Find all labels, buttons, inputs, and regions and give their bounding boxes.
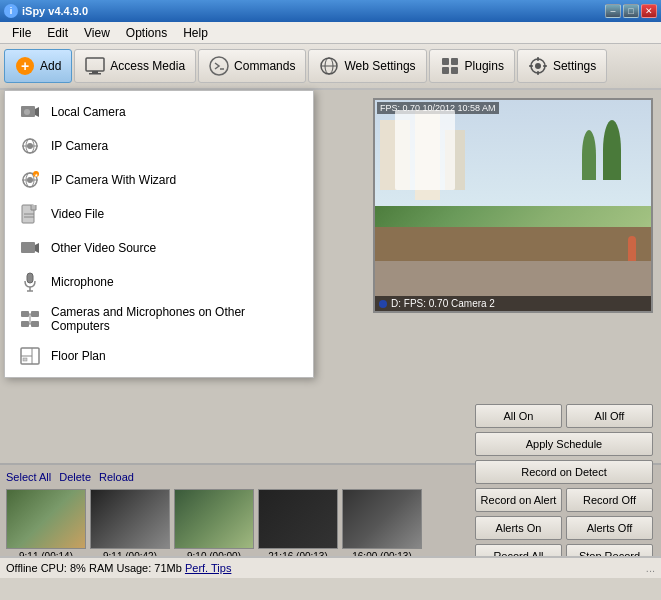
svg-rect-12 xyxy=(442,67,449,74)
camera-status-label: D: FPS: 0.70 Camera 2 xyxy=(391,298,495,309)
building-3 xyxy=(445,130,465,190)
svg-rect-16 xyxy=(537,57,539,61)
thumbnail-1[interactable]: 9:11 (00:14) xyxy=(6,489,86,562)
menu-help[interactable]: Help xyxy=(175,24,216,42)
camera-status-overlay: D: FPS: 0.70 Camera 2 xyxy=(375,296,651,311)
main-content: Local Camera IP Camera xyxy=(0,90,661,578)
title-bar-controls: – □ ✕ xyxy=(605,4,657,18)
network-cameras-icon xyxy=(19,308,41,330)
alerts-off-button[interactable]: Alerts Off xyxy=(566,516,653,540)
local-camera-icon xyxy=(19,101,41,123)
delete-button[interactable]: Delete xyxy=(59,471,91,483)
dropdown-microphone[interactable]: Microphone xyxy=(5,265,313,299)
cmd-icon xyxy=(209,56,229,76)
alerts-on-button[interactable]: Alerts On xyxy=(475,516,562,540)
ctrl-row-3: Record on Detect xyxy=(475,460,653,484)
title-bar: i iSpy v4.4.9.0 – □ ✕ xyxy=(0,0,661,22)
record-off-button[interactable]: Record Off xyxy=(566,488,653,512)
microphone-label: Microphone xyxy=(51,275,114,289)
add-dropdown-menu: Local Camera IP Camera xyxy=(4,90,314,378)
plugin-icon xyxy=(440,56,460,76)
toolbar-plugins-button[interactable]: Plugins xyxy=(429,49,515,83)
thumbnail-3[interactable]: 9:10 (00:00) xyxy=(174,489,254,562)
toolbar-settings-button[interactable]: Settings xyxy=(517,49,607,83)
svg-point-15 xyxy=(535,63,541,69)
thumb-img-5 xyxy=(342,489,422,549)
other-video-label: Other Video Source xyxy=(51,241,156,255)
thumbnail-5[interactable]: 16:00 (00:13) xyxy=(342,489,422,562)
select-all-button[interactable]: Select All xyxy=(6,471,51,483)
reload-button[interactable]: Reload xyxy=(99,471,134,483)
svg-rect-51 xyxy=(23,358,27,361)
toolbar: + Add Access Media Commands xyxy=(0,44,661,90)
ctrl-row-2: Apply Schedule xyxy=(475,432,653,456)
toolbar-web-settings-button[interactable]: Web Settings xyxy=(308,49,426,83)
ctrl-row-5: Alerts On Alerts Off xyxy=(475,516,653,540)
monitor-icon xyxy=(85,56,105,76)
dropdown-video-file[interactable]: Video File xyxy=(5,197,313,231)
dropdown-cameras-other[interactable]: Cameras and Microphones on Other Compute… xyxy=(5,299,313,339)
cameras-other-label: Cameras and Microphones on Other Compute… xyxy=(51,305,299,333)
building-1 xyxy=(380,120,410,190)
dropdown-ip-camera[interactable]: IP Camera xyxy=(5,129,313,163)
camera-main-view: FPS: 0.70 10/2012 10:58 AM D: FPS: 0.70 … xyxy=(373,98,653,313)
status-text: Offline CPU: 8% RAM Usage: 71Mb xyxy=(6,562,182,574)
menu-edit[interactable]: Edit xyxy=(39,24,76,42)
thumb-img-4 xyxy=(258,489,338,549)
svg-point-22 xyxy=(24,109,30,115)
toolbar-access-media-button[interactable]: Access Media xyxy=(74,49,196,83)
ctrl-row-1: All On All Off xyxy=(475,404,653,428)
svg-rect-38 xyxy=(27,273,33,283)
menu-view[interactable]: View xyxy=(76,24,118,42)
menu-bar: File Edit View Options Help xyxy=(0,22,661,44)
close-button[interactable]: ✕ xyxy=(641,4,657,18)
svg-rect-4 xyxy=(89,73,101,75)
floor-plan-icon xyxy=(19,345,41,367)
minimize-button[interactable]: – xyxy=(605,4,621,18)
toolbar-add-button[interactable]: + Add xyxy=(4,49,72,83)
person-figure xyxy=(628,236,636,261)
thumb-img-3 xyxy=(174,489,254,549)
dropdown-floor-plan[interactable]: Floor Plan xyxy=(5,339,313,373)
all-off-button[interactable]: All Off xyxy=(566,404,653,428)
svg-rect-44 xyxy=(31,321,39,327)
svg-rect-36 xyxy=(21,242,35,253)
svg-rect-13 xyxy=(451,67,458,74)
maximize-button[interactable]: □ xyxy=(623,4,639,18)
web-icon xyxy=(319,56,339,76)
dropdown-ip-camera-wizard[interactable]: ★ IP Camera With Wizard xyxy=(5,163,313,197)
video-file-label: Video File xyxy=(51,207,104,221)
other-video-icon xyxy=(19,237,41,259)
floor-plan-label: Floor Plan xyxy=(51,349,106,363)
menu-options[interactable]: Options xyxy=(118,24,175,42)
menu-file[interactable]: File xyxy=(4,24,39,42)
camera-feed: FPS: 0.70 10/2012 10:58 AM xyxy=(375,100,651,311)
all-on-button[interactable]: All On xyxy=(475,404,562,428)
status-dots: ... xyxy=(646,562,655,574)
camera-fps-badge: FPS: 0.70 10/2012 10:58 AM xyxy=(377,102,499,114)
svg-marker-37 xyxy=(35,243,39,253)
svg-marker-21 xyxy=(35,107,39,117)
app-icon: i xyxy=(4,4,18,18)
thumbnail-2[interactable]: 9:11 (00:42) xyxy=(90,489,170,562)
svg-text:+: + xyxy=(21,58,29,74)
record-on-alert-button[interactable]: Record on Alert xyxy=(475,488,562,512)
svg-rect-10 xyxy=(442,58,449,65)
thumbnail-4[interactable]: 21:16 (00:13) xyxy=(258,489,338,562)
svg-rect-41 xyxy=(21,311,29,317)
apply-schedule-button[interactable]: Apply Schedule xyxy=(475,432,653,456)
app-title: iSpy v4.4.9.0 xyxy=(22,5,88,17)
perf-tips-link[interactable]: Perf. Tips xyxy=(185,562,231,574)
svg-rect-43 xyxy=(21,321,29,327)
ip-camera-wizard-label: IP Camera With Wizard xyxy=(51,173,176,187)
record-on-detect-button[interactable]: Record on Detect xyxy=(475,460,653,484)
svg-rect-19 xyxy=(543,65,547,67)
title-bar-left: i iSpy v4.4.9.0 xyxy=(4,4,88,18)
status-bar: Offline CPU: 8% RAM Usage: 71Mb Perf. Ti… xyxy=(0,556,661,578)
right-controls: All On All Off Apply Schedule Record on … xyxy=(475,404,653,568)
dropdown-other-video[interactable]: Other Video Source xyxy=(5,231,313,265)
dropdown-local-camera[interactable]: Local Camera xyxy=(5,95,313,129)
thumb-img-1 xyxy=(6,489,86,549)
toolbar-commands-button[interactable]: Commands xyxy=(198,49,306,83)
settings-icon xyxy=(528,56,548,76)
